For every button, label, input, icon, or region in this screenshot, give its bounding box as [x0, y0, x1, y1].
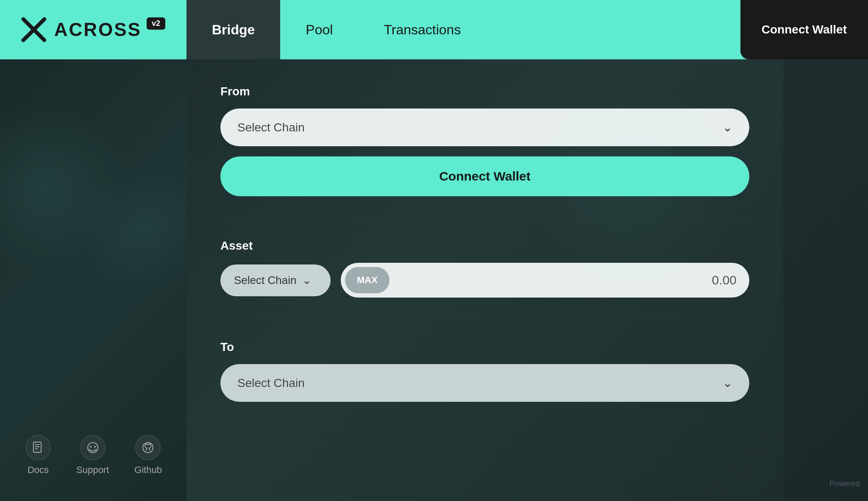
docs-icon [25, 435, 51, 460]
max-button[interactable]: MAX [345, 267, 389, 293]
asset-row: Select Chain ⌄ MAX 0.00 [220, 263, 749, 298]
right-panel: Powered [783, 59, 868, 501]
logo-text: ACROSS [54, 19, 142, 40]
to-chain-text: Select Chain [237, 376, 305, 390]
nav-item-transactions[interactable]: Transactions [358, 0, 486, 59]
support-icon [80, 435, 106, 460]
support-label: Support [76, 465, 109, 476]
nav-item-bridge[interactable]: Bridge [186, 0, 280, 59]
github-icon [135, 435, 161, 460]
header-connect-wallet-button[interactable]: Connect Wallet [740, 0, 868, 59]
amount-input-container: MAX 0.00 [341, 263, 749, 298]
asset-label: Asset [220, 239, 749, 253]
powered-by-text: Powered [783, 479, 860, 488]
from-chain-dropdown[interactable]: Select Chain ⌄ [220, 109, 749, 146]
docs-link[interactable]: Docs [25, 435, 51, 476]
asset-chain-dropdown[interactable]: Select Chain ⌄ [220, 264, 331, 296]
to-label: To [220, 340, 749, 354]
bridge-content: From Select Chain ⌄ Connect Wallet Asset… [186, 59, 783, 501]
sidebar: Docs Support [0, 59, 186, 501]
nav-section: Bridge Pool Transactions [186, 0, 740, 59]
github-link[interactable]: Github [134, 435, 162, 476]
from-label: From [220, 85, 749, 98]
docs-label: Docs [28, 465, 49, 476]
sidebar-footer: Docs Support [0, 435, 186, 476]
version-badge: v2 [147, 17, 165, 30]
from-chain-text: Select Chain [237, 121, 305, 134]
connect-wallet-button[interactable]: Connect Wallet [220, 156, 749, 196]
github-label: Github [134, 465, 162, 476]
asset-chain-chevron-icon: ⌄ [302, 274, 312, 287]
logo-section: ACROSS v2 [0, 0, 186, 59]
to-chain-chevron-icon: ⌄ [723, 376, 732, 390]
divider-2 [220, 319, 749, 319]
logo-icon [21, 17, 47, 42]
divider-1 [220, 217, 749, 218]
amount-value: 0.00 [712, 273, 737, 287]
asset-chain-text: Select Chain [234, 274, 296, 287]
support-link[interactable]: Support [76, 435, 109, 476]
svg-point-8 [94, 446, 96, 448]
svg-point-7 [90, 446, 92, 448]
nav-item-pool[interactable]: Pool [280, 0, 358, 59]
from-chain-chevron-icon: ⌄ [723, 120, 732, 134]
to-chain-dropdown[interactable]: Select Chain ⌄ [220, 364, 749, 402]
